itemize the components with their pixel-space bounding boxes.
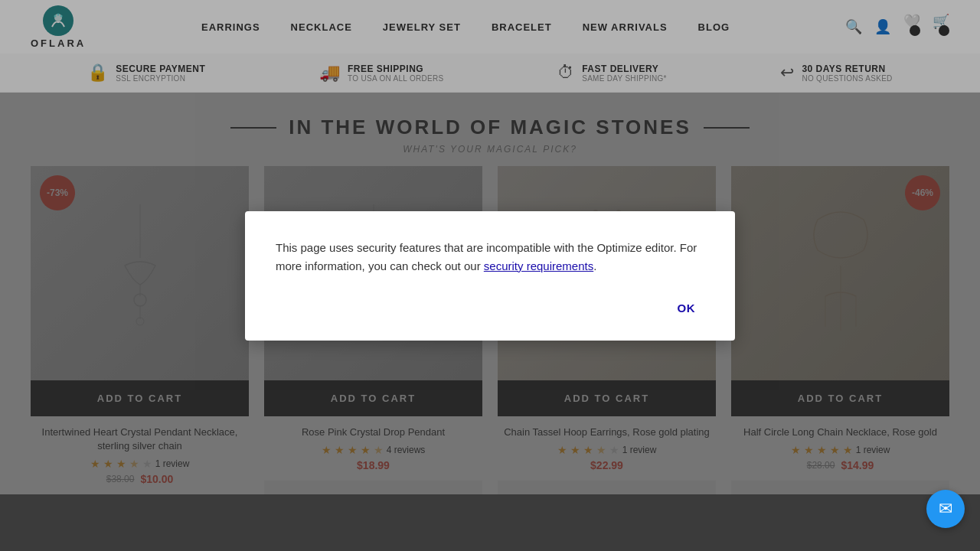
chat-button[interactable]: ✉ bbox=[926, 490, 965, 528]
chat-icon: ✉ bbox=[939, 499, 952, 519]
modal-actions: OK bbox=[276, 297, 704, 319]
modal-text-after: . bbox=[593, 259, 596, 272]
security-requirements-link[interactable]: security requirements bbox=[484, 259, 593, 272]
modal-ok-button[interactable]: OK bbox=[668, 297, 705, 319]
modal-backdrop: This page uses security features that ar… bbox=[0, 0, 980, 551]
security-warning-modal: This page uses security features that ar… bbox=[245, 211, 735, 341]
modal-text: This page uses security features that ar… bbox=[276, 239, 704, 276]
